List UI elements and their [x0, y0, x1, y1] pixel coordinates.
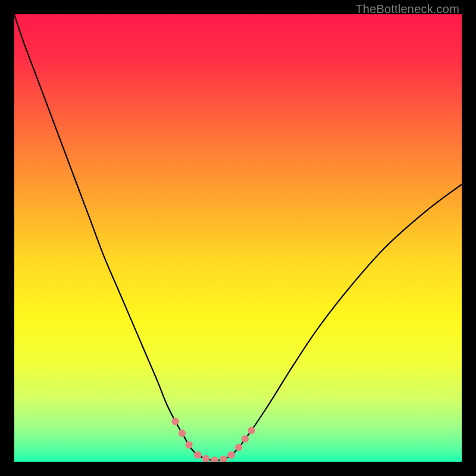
bottleneck-curve-chart: [14, 14, 462, 462]
highlight-dot: [194, 452, 201, 459]
chart-frame: [14, 14, 462, 462]
highlight-dot: [178, 430, 186, 437]
highlight-dot: [235, 444, 242, 451]
highlight-dot: [185, 441, 192, 448]
highlight-dot: [228, 452, 235, 459]
highlight-dot: [248, 427, 255, 434]
highlight-dot: [242, 435, 249, 442]
highlight-dot: [172, 418, 179, 425]
watermark-text: TheBottleneck.com: [355, 2, 459, 16]
plot-area: [14, 14, 462, 462]
